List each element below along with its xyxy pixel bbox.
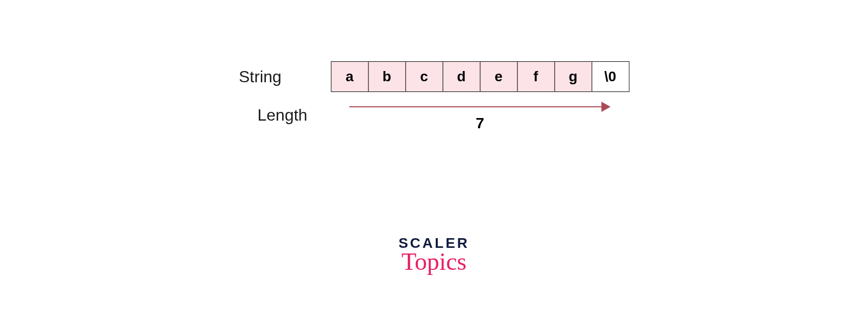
string-label: String	[239, 67, 331, 86]
cell-null: \0	[591, 61, 629, 92]
cell-6: g	[554, 61, 592, 92]
cell-2: c	[405, 61, 443, 92]
cell-5: f	[517, 61, 555, 92]
scaler-logo: SCALER Topics	[399, 235, 469, 275]
length-label: Length	[258, 106, 350, 125]
logo-topics-text: Topics	[399, 247, 469, 275]
cell-1: b	[368, 61, 406, 92]
length-row: Length 7	[258, 102, 611, 128]
string-diagram: String a b c d e f g \0 Length 7	[239, 61, 629, 138]
cell-3: d	[442, 61, 480, 92]
length-arrow: 7	[350, 102, 611, 128]
length-value: 7	[476, 114, 484, 132]
string-row: String a b c d e f g \0	[239, 61, 629, 92]
cell-4: e	[480, 61, 517, 92]
arrow-line	[350, 106, 604, 107]
string-cells: a b c d e f g \0	[331, 61, 629, 92]
arrow-head-icon	[602, 102, 611, 112]
cell-0: a	[331, 61, 368, 92]
